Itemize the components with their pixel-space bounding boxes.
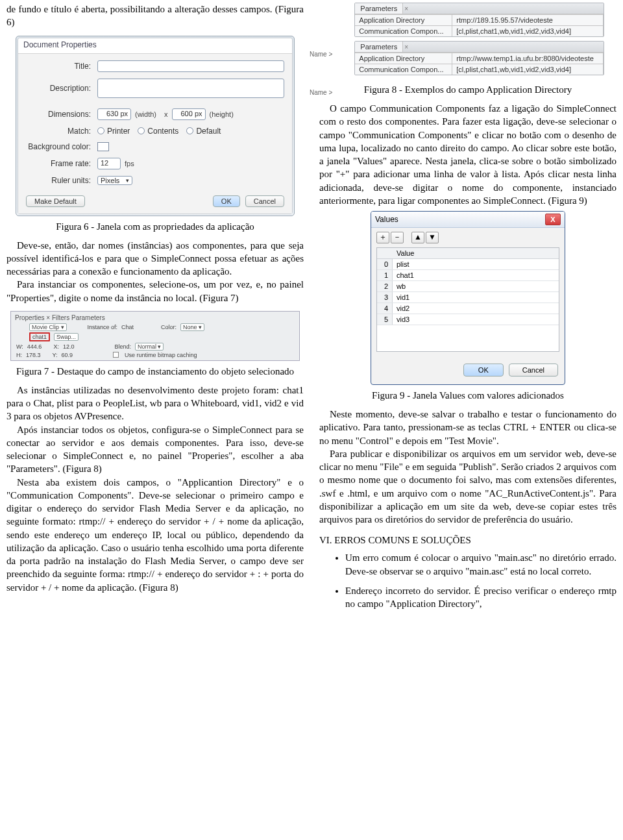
comm-label-a: Communication Compon...: [355, 25, 452, 36]
w-label: W:: [16, 343, 23, 350]
remove-button[interactable]: －: [391, 232, 404, 243]
h-value: 178.3: [26, 352, 41, 358]
value-cell[interactable]: wb: [393, 281, 409, 291]
paragraph-components-b: Para instanciar os componentes, selecion…: [6, 278, 304, 304]
tab-parameters-a[interactable]: Parameters: [355, 3, 403, 14]
radio-printer[interactable]: Printer: [97, 127, 130, 136]
value-row: 0plist: [377, 259, 559, 270]
bullet-main-asc: Um erro comum é colocar o arquivo "main.…: [345, 551, 617, 578]
label-ruler: Ruler units:: [26, 176, 97, 185]
y-value: 60.9: [62, 352, 73, 358]
intro-text: de fundo e título é aberta, possibilitan…: [6, 3, 304, 29]
bgcolor-swatch[interactable]: [97, 142, 109, 151]
row-prefix-b: Name >: [310, 89, 332, 96]
move-up-button[interactable]: ▲: [411, 232, 424, 243]
chevron-down-icon: ▾: [126, 177, 129, 184]
paragraph-components-a: Deve-se, então, dar nomes (instâncias) a…: [6, 239, 304, 278]
x-sep: x: [164, 110, 168, 118]
value-cell[interactable]: vid1: [393, 292, 413, 303]
paragraph-config-sc: Após instanciar todos os objetos, config…: [6, 423, 304, 476]
appdir-label-a: Application Directory: [355, 14, 452, 25]
label-bgcolor: Background color:: [26, 142, 97, 151]
appdir-label-b: Application Directory: [355, 53, 452, 64]
swap-button[interactable]: Swap...: [54, 333, 79, 341]
cancel-button[interactable]: Cancel: [245, 195, 284, 207]
color-combo[interactable]: None ▾: [180, 323, 204, 331]
value-row: 3vid1: [377, 292, 559, 303]
fps-label: fps: [125, 160, 134, 167]
label-framerate: Frame rate:: [26, 159, 97, 168]
value-row: 2wb: [377, 281, 559, 292]
appdir-value-b[interactable]: rtmp://www.temp1.ia.ufu.br:8080/videotes…: [452, 53, 604, 64]
label-match: Match:: [26, 127, 97, 136]
close-icon[interactable]: ×: [404, 5, 408, 12]
width-input[interactable]: 630 px: [97, 108, 131, 120]
paragraph-instances: As instâncias utilizadas no desenvolvime…: [6, 384, 304, 423]
blend-combo[interactable]: Normal ▾: [135, 343, 164, 351]
w-value: 444.6: [27, 343, 42, 350]
radio-default[interactable]: Default: [186, 127, 221, 136]
move-down-button[interactable]: ▼: [426, 232, 439, 243]
color-label: Color:: [161, 324, 177, 330]
width-hint: (width): [135, 110, 156, 118]
figure-9-values-window: Values X ＋ － ▲ ▼ Value 0plist 1chat1: [371, 211, 565, 385]
bullet-endereco: Endereço incorreto do servidor. É precis…: [345, 584, 617, 611]
paragraph-comm-components: O campo Communication Components faz a l…: [319, 102, 617, 207]
section-vi-title: VI. ERROS COMUNS E SOLUÇÕES: [319, 535, 617, 546]
paragraph-test-movie: Neste momento, deve-se salvar o trabalho…: [319, 408, 617, 447]
value-cell[interactable]: plist: [393, 259, 413, 269]
figure-7-caption: Figura 7 - Destaque do campo de instanci…: [6, 366, 304, 377]
values-title: Values: [375, 215, 398, 224]
tab-parameters-b[interactable]: Parameters: [355, 42, 403, 52]
title-input[interactable]: [97, 60, 284, 72]
ruler-combo[interactable]: Pixels▾: [97, 176, 132, 185]
add-button[interactable]: ＋: [376, 232, 389, 243]
ok-button[interactable]: OK: [213, 195, 240, 207]
comm-label-b: Communication Compon...: [355, 64, 452, 75]
figure-6-caption: Figura 6 - Janela com as propriedades da…: [6, 221, 304, 232]
cache-checkbox[interactable]: [113, 352, 119, 358]
make-default-button[interactable]: Make Default: [26, 195, 85, 207]
value-row: 4vid2: [377, 303, 559, 314]
figure-9-caption: Figura 9 - Janela Values com valores adi…: [319, 390, 617, 401]
value-header: Value: [377, 248, 559, 259]
x-value: 12.0: [63, 343, 75, 350]
row-prefix-a: Name >: [310, 51, 332, 58]
close-button[interactable]: X: [545, 214, 561, 225]
value-cell[interactable]: vid3: [393, 314, 413, 325]
cancel-button[interactable]: Cancel: [509, 364, 558, 377]
height-input[interactable]: 600 px: [172, 108, 206, 120]
value-cell[interactable]: vid2: [393, 303, 413, 314]
comm-value-a[interactable]: [cl,plist,chat1,wb,vid1,vid2,vid3,vid4]: [452, 25, 604, 36]
paragraph-publish: Para publicar e disponibilizar os arquiv…: [319, 447, 617, 526]
label-dimensions: Dimensions:: [26, 110, 97, 119]
paragraph-appdir: Nesta aba existem dois campos, o "Applic…: [6, 476, 304, 594]
x-label: X:: [53, 343, 59, 350]
value-cell[interactable]: chat1: [393, 270, 418, 280]
radio-contents[interactable]: Contents: [138, 127, 178, 136]
movieclip-combo[interactable]: Movie Clip ▾: [29, 323, 67, 331]
comm-value-b[interactable]: [cl,plist,chat1,wb,vid1,vid2,vid3,vid4]: [452, 64, 604, 75]
value-row: 1chat1: [377, 270, 559, 281]
label-description: Description:: [26, 84, 97, 93]
values-grid: Value 0plist 1chat1 2wb 3vid1 4vid2 5vid…: [376, 247, 559, 352]
figure-8-parameters: Name > Parameters× Application Directory…: [332, 3, 604, 79]
instance-name-input[interactable]: chat1: [29, 332, 50, 341]
fig7-tabs: Properties × Filters Parameters: [12, 313, 298, 323]
ok-button[interactable]: OK: [463, 364, 504, 377]
framerate-input[interactable]: 12: [97, 158, 121, 169]
y-label: Y:: [53, 352, 58, 358]
chat-label: Chat: [121, 324, 134, 330]
description-input[interactable]: [97, 79, 284, 98]
h-label: H:: [16, 352, 22, 358]
label-title: Title:: [26, 62, 97, 71]
figure-6-document-properties: Document Properties Title: Description: …: [16, 36, 295, 216]
value-row: 5vid3: [377, 314, 559, 325]
blend-label: Blend:: [114, 343, 131, 350]
cache-label: Use runtime bitmap caching: [125, 352, 197, 358]
dialog-title: Document Properties: [18, 38, 292, 53]
figure-7-properties-panel: Properties × Filters Parameters Movie Cl…: [10, 311, 300, 361]
close-icon[interactable]: ×: [404, 43, 408, 51]
appdir-value-a[interactable]: rtmp://189.15.95.57/videoteste: [452, 14, 604, 25]
instance-of-label: Instance of:: [88, 324, 118, 330]
